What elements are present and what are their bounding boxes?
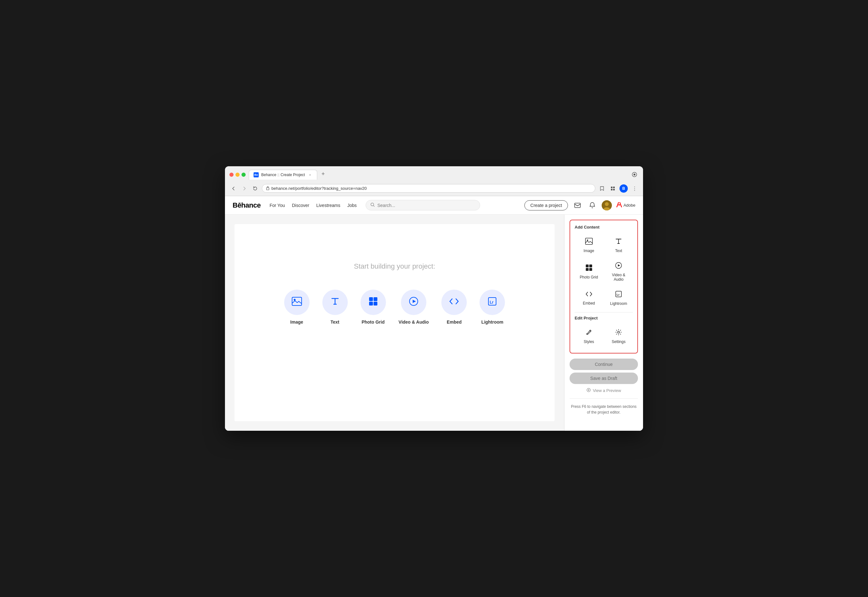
option-photo-grid[interactable]: Photo Grid: [360, 290, 386, 325]
main-content: Start building your project: Image: [225, 215, 643, 431]
svg-text:Lr: Lr: [490, 300, 493, 304]
search-input[interactable]: [377, 203, 475, 208]
lightroom-icon: Lr: [487, 297, 497, 308]
svg-point-7: [371, 203, 374, 206]
sidebar-image-item[interactable]: Image: [575, 233, 603, 256]
nav-jobs[interactable]: Jobs: [347, 203, 357, 208]
refresh-button[interactable]: [251, 184, 259, 193]
new-tab-button[interactable]: +: [319, 169, 328, 178]
sidebar-lightroom-item[interactable]: Lr Lightroom: [604, 286, 633, 309]
view-preview-label: View a Preview: [593, 388, 621, 393]
option-embed-circle: [441, 290, 467, 315]
sidebar-embed-item[interactable]: Embed: [575, 286, 603, 309]
profile-button[interactable]: B: [619, 184, 628, 193]
option-image-circle: [284, 290, 310, 315]
svg-point-34: [588, 389, 589, 391]
nav-for-you[interactable]: For You: [269, 203, 285, 208]
option-embed[interactable]: Embed: [441, 290, 467, 325]
edit-project-section: Edit Project Styles: [575, 316, 633, 347]
search-bar[interactable]: [366, 200, 480, 211]
sidebar-settings-item[interactable]: Settings: [604, 324, 633, 347]
svg-point-32: [618, 331, 619, 333]
option-text-circle: [322, 290, 348, 315]
svg-rect-14: [369, 297, 373, 301]
option-image-label: Image: [290, 319, 303, 325]
sidebar-text-item[interactable]: Text: [604, 233, 633, 256]
sidebar-image-icon: [585, 238, 593, 247]
behance-logo[interactable]: Bēhance: [232, 201, 261, 209]
tab-title: Behance :: Create Project: [261, 172, 305, 177]
active-tab[interactable]: Be Behance :: Create Project ×: [249, 170, 317, 180]
right-sidebar: Add Content Image Text: [564, 215, 643, 431]
svg-rect-16: [369, 301, 373, 306]
svg-rect-15: [374, 297, 377, 301]
svg-rect-6: [613, 189, 615, 190]
url-text: behance.net/portfolio/editor?tracking_so…: [271, 186, 367, 191]
svg-rect-12: [292, 297, 302, 306]
svg-point-23: [587, 240, 588, 241]
preview-icon: [587, 388, 591, 393]
bookmark-button[interactable]: [598, 184, 606, 193]
sidebar-styles-item[interactable]: Styles: [575, 324, 603, 347]
address-bar-row: behance.net/portfolio/editor?tracking_so…: [229, 182, 639, 196]
messages-icon[interactable]: [572, 200, 582, 211]
svg-rect-4: [613, 187, 615, 188]
option-image[interactable]: Image: [284, 290, 310, 325]
browser-chrome: Be Behance :: Create Project × +: [225, 166, 643, 196]
sidebar-image-label: Image: [584, 249, 594, 253]
address-bar[interactable]: behance.net/portfolio/editor?tracking_so…: [262, 184, 595, 193]
forward-button[interactable]: [240, 184, 249, 193]
svg-rect-8: [575, 203, 581, 208]
extensions-button[interactable]: [609, 184, 617, 193]
editor-canvas: Start building your project: Image: [235, 224, 555, 421]
svg-rect-17: [374, 301, 377, 306]
lock-icon: [266, 186, 269, 191]
sidebar-settings-label: Settings: [612, 340, 625, 344]
nav-livestreams[interactable]: Livestreams: [316, 203, 340, 208]
svg-rect-3: [611, 187, 612, 188]
sidebar-photo-grid-item[interactable]: Photo Grid: [575, 257, 603, 285]
camera-action-button[interactable]: [630, 171, 639, 179]
svg-rect-2: [267, 188, 269, 190]
sidebar-video-audio-icon: [615, 262, 622, 271]
option-embed-label: Embed: [447, 319, 462, 325]
adobe-logo[interactable]: Adobe: [616, 202, 636, 208]
tab-close-button[interactable]: ×: [307, 172, 313, 177]
video-audio-icon: [409, 297, 418, 308]
minimize-traffic-light[interactable]: [235, 172, 240, 177]
sidebar-lightroom-icon: Lr: [615, 291, 622, 300]
option-video-audio-label: Video & Audio: [399, 319, 429, 325]
option-text[interactable]: Text: [322, 290, 348, 325]
sidebar-photo-grid-label: Photo Grid: [580, 275, 598, 279]
option-text-label: Text: [331, 319, 339, 325]
option-lightroom[interactable]: Lr Lightroom: [479, 290, 505, 325]
save-draft-button[interactable]: Save as Draft: [570, 373, 638, 384]
svg-rect-27: [589, 268, 592, 271]
svg-point-13: [294, 299, 296, 301]
behance-navbar: Bēhance For You Discover Livestreams Job…: [225, 196, 643, 215]
create-project-button[interactable]: Create a project: [524, 200, 568, 211]
nav-discover[interactable]: Discover: [292, 203, 309, 208]
adobe-label: Adobe: [623, 203, 636, 208]
maximize-traffic-light[interactable]: [241, 172, 246, 177]
sidebar-photo-grid-icon: [585, 264, 593, 273]
back-button[interactable]: [229, 184, 238, 193]
tab-favicon: Be: [254, 172, 259, 177]
notifications-icon[interactable]: [587, 200, 597, 211]
edit-project-title: Edit Project: [575, 316, 633, 321]
close-traffic-light[interactable]: [229, 172, 234, 177]
traffic-lights: [229, 172, 246, 177]
sidebar-text-label: Text: [615, 249, 622, 253]
option-photo-grid-circle: [360, 290, 386, 315]
svg-rect-25: [589, 264, 592, 267]
svg-rect-24: [586, 264, 589, 267]
sidebar-video-audio-item[interactable]: Video & Audio: [604, 257, 633, 285]
avatar[interactable]: [601, 200, 612, 211]
continue-button[interactable]: Continue: [570, 359, 638, 370]
svg-point-10: [605, 202, 609, 206]
view-preview-row[interactable]: View a Preview: [570, 385, 638, 396]
sidebar-styles-label: Styles: [584, 340, 594, 344]
photo-grid-icon: [368, 297, 378, 308]
menu-button[interactable]: ⋮: [630, 184, 639, 193]
option-video-audio[interactable]: Video & Audio: [399, 290, 429, 325]
